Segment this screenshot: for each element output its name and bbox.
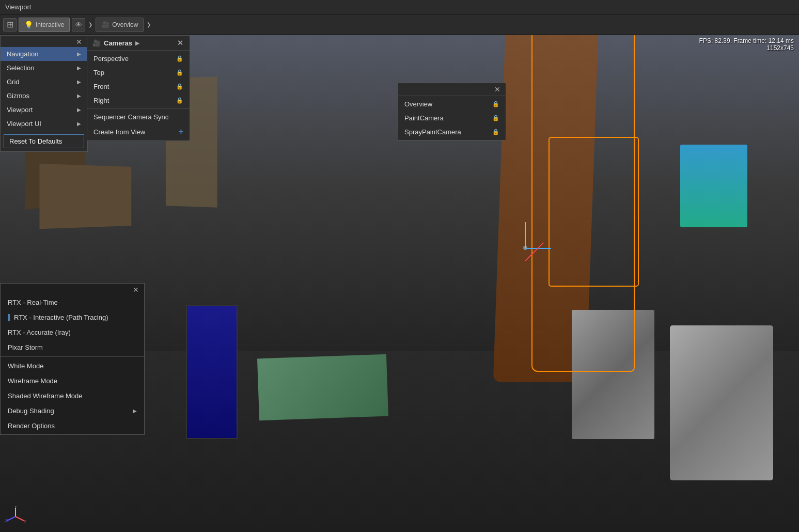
chevron-icon-2: ❯: [147, 22, 151, 27]
reset-defaults-button[interactable]: Reset To Defaults: [4, 134, 84, 148]
svg-text:Z: Z: [5, 518, 8, 523]
menu-item-grid[interactable]: Grid ▶: [1, 75, 87, 89]
fps-line1: FPS: 82.39, Frame time: 12.14 ms: [699, 37, 794, 44]
lock-icon-right: 🔒: [176, 97, 183, 104]
overview-label: Overview: [112, 21, 138, 28]
interactive-label: Interactive: [36, 21, 64, 28]
cam-top[interactable]: Top 🔒: [87, 66, 190, 80]
cam-paintcamera[interactable]: PaintCamera 🔒: [398, 111, 506, 125]
cameras-header-label: Cameras: [104, 39, 132, 47]
fps-line2: 1152x745: [699, 44, 794, 52]
lock-icon-top: 🔒: [176, 69, 183, 76]
eye-button[interactable]: 👁: [72, 18, 85, 32]
title-label: Viewport: [5, 3, 31, 11]
render-white-mode[interactable]: White Mode: [1, 358, 144, 373]
coord-axis: X Y Z: [5, 506, 26, 527]
menu-item-viewport[interactable]: Viewport ▶: [1, 103, 87, 117]
lock-spray: 🔒: [492, 129, 499, 135]
create-plus-icon: +: [179, 127, 183, 136]
menu-item-viewport-ui[interactable]: Viewport UI ▶: [1, 117, 87, 131]
interactive-icon: 💡: [24, 21, 33, 29]
arrow-icon: ▶: [77, 79, 81, 85]
cam-spraypaint[interactable]: SprayPaintCamera 🔒: [398, 125, 506, 139]
lock-paint: 🔒: [492, 115, 499, 121]
cameras-icon: 🎥: [92, 39, 101, 47]
main-menu-close[interactable]: ✕: [74, 38, 84, 46]
create-from-view[interactable]: Create from View +: [87, 124, 190, 139]
overview-menu-close[interactable]: ✕: [492, 85, 503, 93]
svg-text:X: X: [24, 519, 26, 524]
svg-line-2: [7, 517, 15, 521]
cameras-menu-close[interactable]: ✕: [175, 39, 185, 47]
cameras-sep-top: [87, 50, 190, 51]
render-render-options[interactable]: Render Options: [1, 418, 144, 433]
toolbar: ⊞ 💡 Interactive 👁 ❯ 🎥 Overview ❯: [0, 14, 799, 35]
chevron-icon: ❯: [88, 22, 92, 27]
cameras-menu: 🎥 Cameras ▶ ✕ Perspective 🔒 Top 🔒 Front …: [87, 35, 190, 141]
sequencer-camera-sync[interactable]: Sequencer Camera Sync: [87, 110, 190, 124]
grid-button[interactable]: ⊞: [3, 18, 17, 32]
arrow-icon: ▶: [77, 93, 81, 99]
render-sep: [1, 356, 144, 357]
cam-perspective[interactable]: Perspective 🔒: [87, 52, 190, 66]
cameras-arrow: ▶: [135, 40, 139, 46]
cam-front[interactable]: Front 🔒: [87, 80, 190, 93]
overview-button[interactable]: 🎥 Overview: [96, 18, 144, 32]
overview-menu: ✕ Overview 🔒 PaintCamera 🔒 SprayPaintCam…: [398, 83, 506, 140]
render-rtx-interactive[interactable]: RTX - Interactive (Path Tracing): [1, 310, 144, 325]
menu-item-navigation[interactable]: Navigation ▶: [1, 47, 87, 61]
transform-gizmo: [505, 227, 546, 269]
svg-line-0: [15, 517, 24, 521]
svg-text:Y: Y: [14, 506, 18, 509]
overview-sep: [398, 96, 506, 96]
camera-icon: 🎥: [101, 21, 109, 28]
arrow-icon: ▶: [77, 121, 81, 127]
render-debug-shading[interactable]: Debug Shading ▶: [1, 403, 144, 418]
render-rtx-realtime[interactable]: RTX - Real-Time: [1, 295, 144, 310]
menu-item-selection[interactable]: Selection ▶: [1, 61, 87, 75]
render-menu: ✕ RTX - Real-Time RTX - Interactive (Pat…: [0, 283, 145, 435]
fps-overlay: FPS: 82.39, Frame time: 12.14 ms 1152x74…: [699, 37, 794, 52]
arrow-icon: ▶: [77, 107, 81, 113]
lock-icon-front: 🔒: [176, 83, 183, 90]
arrow-icon: ▶: [77, 65, 81, 71]
cam-right[interactable]: Right 🔒: [87, 93, 190, 107]
menu-item-gizmos[interactable]: Gizmos ▶: [1, 89, 87, 103]
interactive-button[interactable]: 💡 Interactive: [19, 18, 70, 32]
render-wireframe-mode[interactable]: Wireframe Mode: [1, 373, 144, 388]
main-menu: ✕ Navigation ▶ Selection ▶ Grid ▶ Gizmos…: [0, 35, 88, 152]
cam-overview[interactable]: Overview 🔒: [398, 97, 506, 111]
lock-icon-perspective: 🔒: [176, 55, 183, 62]
render-menu-close[interactable]: ✕: [131, 286, 141, 294]
render-shaded-wireframe[interactable]: Shaded Wireframe Mode: [1, 388, 144, 403]
cameras-menu-header: 🎥 Cameras ▶ ✕: [87, 37, 190, 49]
title-bar: Viewport: [0, 0, 799, 14]
cameras-sep-mid: [87, 108, 190, 109]
menu-sep-1: [1, 132, 87, 132]
render-pixar-storm[interactable]: Pixar Storm: [1, 340, 144, 355]
lock-overview: 🔒: [492, 101, 499, 107]
render-rtx-accurate[interactable]: RTX - Accurate (Iray): [1, 325, 144, 340]
debug-arrow: ▶: [133, 408, 137, 414]
active-render-indicator: [8, 314, 10, 321]
arrow-icon: ▶: [77, 51, 81, 57]
